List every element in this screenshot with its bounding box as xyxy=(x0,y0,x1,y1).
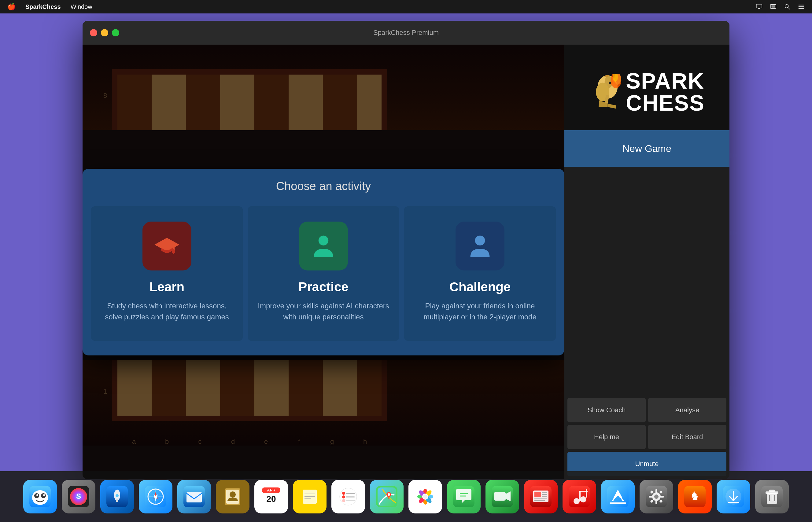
svg-rect-96 xyxy=(586,489,587,498)
show-coach-button[interactable]: Show Coach xyxy=(568,398,646,422)
titlebar: SparkChess Premium xyxy=(82,21,730,45)
sidebar-buttons: Show Coach Analyse Help me Edit Board Un… xyxy=(565,395,730,479)
dock-mail[interactable] xyxy=(177,480,211,514)
close-button[interactable] xyxy=(90,29,97,36)
messages-icon xyxy=(453,486,474,507)
launchpad-icon xyxy=(106,486,128,507)
challenge-icon-bg xyxy=(456,222,504,270)
maximize-button[interactable] xyxy=(112,29,119,36)
practice-name: Practice xyxy=(298,280,348,294)
learn-name: Learn xyxy=(150,280,184,294)
dialog-cards: Learn Study chess with interactive lesso… xyxy=(82,204,565,356)
practice-card[interactable]: Practice Improve your skills against AI … xyxy=(247,206,399,341)
svg-text:20: 20 xyxy=(266,494,276,504)
menubar: 🍎 SparkChess Window xyxy=(0,0,812,14)
svg-rect-107 xyxy=(655,501,657,504)
dock-finder[interactable] xyxy=(23,480,57,514)
photos-icon xyxy=(415,486,436,507)
dock-facetime[interactable] xyxy=(486,480,519,514)
app-menu-name[interactable]: SparkChess xyxy=(25,3,61,11)
svg-rect-86 xyxy=(534,492,541,497)
svg-line-3 xyxy=(788,8,790,9)
dock-sparkchess[interactable]: ♞ xyxy=(678,480,712,514)
menubar-right xyxy=(756,3,805,10)
dock-notes[interactable] xyxy=(293,480,326,514)
svg-rect-109 xyxy=(660,496,664,498)
apple-menu[interactable]: 🍎 xyxy=(7,3,16,11)
dock-system-prefs[interactable] xyxy=(639,480,673,514)
sparkchess-dock-icon: ♞ xyxy=(684,486,706,507)
dock-safari[interactable] xyxy=(139,480,173,514)
svg-point-94 xyxy=(580,496,587,502)
dock-appstore[interactable] xyxy=(601,480,635,514)
challenge-card[interactable]: Challenge Play against your friends in o… xyxy=(404,206,556,341)
svg-rect-108 xyxy=(649,496,652,498)
dialog-header: Choose an activity xyxy=(82,169,565,204)
dock-calendar[interactable]: APR 20 xyxy=(254,480,288,514)
dock-downloads[interactable] xyxy=(717,480,750,514)
search-icon[interactable] xyxy=(784,3,791,10)
dock-maps[interactable] xyxy=(370,480,403,514)
svg-point-105 xyxy=(654,495,658,499)
dialog-title: Choose an activity xyxy=(276,180,371,193)
logo-spark: SPARK xyxy=(626,70,705,92)
learn-card[interactable]: Learn Study chess with interactive lesso… xyxy=(91,206,243,341)
svg-point-24 xyxy=(43,494,45,496)
svg-point-93 xyxy=(574,498,580,504)
help-me-button[interactable]: Help me xyxy=(568,425,646,449)
svg-point-77 xyxy=(423,495,428,499)
trash-icon xyxy=(761,486,783,507)
graduation-cap-icon xyxy=(153,232,181,260)
challenge-desc: Play against your friends in online mult… xyxy=(413,300,547,322)
challenge-name: Challenge xyxy=(450,280,511,294)
app-window: SparkChess Premium xyxy=(82,21,730,479)
dock-trash[interactable] xyxy=(755,480,789,514)
dock-messages[interactable] xyxy=(447,480,481,514)
svg-rect-95 xyxy=(579,491,580,501)
airplay-icon[interactable] xyxy=(756,3,763,10)
svg-text:APR: APR xyxy=(267,488,275,493)
window-menu[interactable]: Window xyxy=(71,3,92,11)
svg-point-23 xyxy=(36,494,38,496)
music-icon xyxy=(569,486,590,507)
facetime-icon xyxy=(492,486,513,507)
news-icon xyxy=(530,486,552,507)
window-title: SparkChess Premium xyxy=(373,29,439,37)
safari-icon xyxy=(145,486,166,507)
appstore-icon xyxy=(607,486,629,507)
new-game-button[interactable]: New Game xyxy=(565,130,730,167)
reminders-icon xyxy=(338,486,359,507)
notes-icon xyxy=(299,486,320,507)
dock-music[interactable] xyxy=(562,480,596,514)
mirroring-icon[interactable] xyxy=(770,3,776,10)
dock-photos[interactable] xyxy=(409,480,442,514)
logo-horse-icon xyxy=(589,74,623,110)
dock-siri[interactable]: S xyxy=(62,480,95,514)
svg-text:♞: ♞ xyxy=(690,489,700,502)
person2-icon xyxy=(466,232,494,260)
svg-rect-40 xyxy=(186,492,202,502)
system-prefs-icon xyxy=(646,486,667,507)
svg-point-10 xyxy=(319,235,328,245)
edit-board-button[interactable]: Edit Board xyxy=(648,425,727,449)
minimize-button[interactable] xyxy=(101,29,108,36)
analyse-button[interactable]: Analyse xyxy=(648,398,727,422)
svg-point-11 xyxy=(475,235,485,245)
dock-launchpad[interactable] xyxy=(100,480,134,514)
svg-rect-97 xyxy=(579,491,588,493)
dock-contacts[interactable] xyxy=(216,480,250,514)
svg-rect-82 xyxy=(494,492,506,501)
svg-point-2 xyxy=(785,5,789,8)
dock-news[interactable] xyxy=(524,480,558,514)
main-content: 8 1 xyxy=(82,45,730,479)
svg-point-44 xyxy=(230,491,236,498)
svg-point-58 xyxy=(342,496,345,499)
svg-rect-31 xyxy=(116,499,118,502)
logo-text: SPARK CHESS xyxy=(626,70,705,114)
hamburger-icon[interactable] xyxy=(798,3,805,10)
dock-reminders[interactable] xyxy=(331,480,365,514)
finder-icon xyxy=(29,486,51,507)
activity-dialog: Choose an activity xyxy=(82,169,565,356)
contacts-icon xyxy=(222,486,243,507)
svg-text:S: S xyxy=(76,492,81,500)
